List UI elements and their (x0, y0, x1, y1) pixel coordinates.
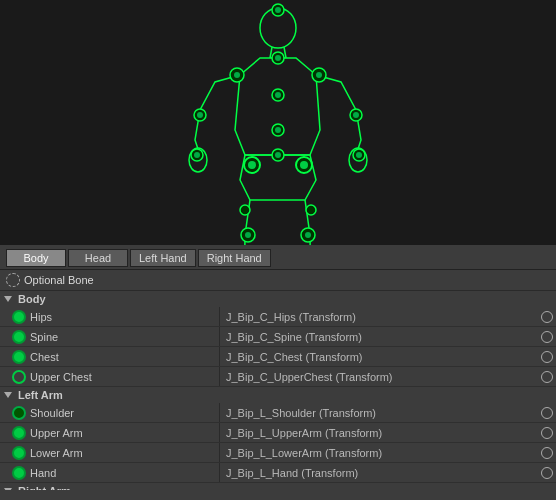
bone-right-left-hand: J_Bip_L_Hand (Transform) (220, 463, 556, 482)
left-upper-arm-icon (12, 426, 26, 440)
spine-transform: J_Bip_C_Spine (Transform) (226, 331, 362, 343)
left-shoulder-label: Shoulder (30, 407, 74, 419)
section-header-left-arm: Left Arm (0, 387, 556, 403)
left-lower-arm-label: Lower Arm (30, 447, 83, 459)
svg-point-32 (240, 205, 250, 215)
chest-transform: J_Bip_C_Chest (Transform) (226, 351, 363, 363)
hips-label: Hips (30, 311, 52, 323)
bone-row-upper-chest[interactable]: Upper Chest J_Bip_C_UpperChest (Transfor… (0, 367, 556, 387)
upper-chest-transform: J_Bip_C_UpperChest (Transform) (226, 371, 392, 383)
upper-chest-label: Upper Chest (30, 371, 92, 383)
arrow-body (4, 296, 12, 302)
spine-label: Spine (30, 331, 58, 343)
tab-right-hand[interactable]: Right Hand (198, 249, 271, 267)
tab-head[interactable]: Head (68, 249, 128, 267)
spine-icon (12, 330, 26, 344)
svg-rect-0 (0, 0, 556, 245)
left-lower-arm-transform: J_Bip_L_LowerArm (Transform) (226, 447, 382, 459)
section-left-arm-label: Left Arm (18, 389, 63, 401)
chest-icon (12, 350, 26, 364)
bone-left-left-upper-arm: Upper Arm (0, 423, 220, 442)
chest-end-icon (541, 351, 553, 363)
left-lower-arm-end-icon (541, 447, 553, 459)
svg-point-31 (305, 232, 311, 238)
left-hand-icon (12, 466, 26, 480)
tab-left-hand[interactable]: Left Hand (130, 249, 196, 267)
left-upper-arm-label: Upper Arm (30, 427, 83, 439)
bone-left-upper-chest: Upper Chest (0, 367, 220, 386)
bone-right-left-shoulder: J_Bip_L_Shoulder (Transform) (220, 403, 556, 422)
section-right-arm-label: Right Arm (18, 485, 71, 490)
optional-bone-icon (6, 273, 20, 287)
left-upper-arm-transform: J_Bip_L_UpperArm (Transform) (226, 427, 382, 439)
bone-left-spine: Spine (0, 327, 220, 346)
optional-bone-row: Optional Bone (0, 270, 556, 291)
hips-transform: J_Bip_C_Hips (Transform) (226, 311, 356, 323)
hips-end-icon (541, 311, 553, 323)
bone-list[interactable]: Body Hips J_Bip_C_Hips (Transform) Spine… (0, 291, 556, 490)
section-header-right-arm: Right Arm (0, 483, 556, 490)
bone-right-left-upper-arm: J_Bip_L_UpperArm (Transform) (220, 423, 556, 442)
svg-point-9 (275, 55, 281, 61)
bone-left-left-lower-arm: Lower Arm (0, 443, 220, 462)
svg-point-23 (316, 72, 322, 78)
svg-point-15 (275, 152, 281, 158)
bone-row-left-lower-arm[interactable]: Lower Arm J_Bip_L_LowerArm (Transform) (0, 443, 556, 463)
bone-right-upper-chest: J_Bip_C_UpperChest (Transform) (220, 367, 556, 386)
bone-row-spine[interactable]: Spine J_Bip_C_Spine (Transform) (0, 327, 556, 347)
svg-point-25 (353, 112, 359, 118)
svg-point-29 (245, 232, 251, 238)
bone-row-left-shoulder[interactable]: Shoulder J_Bip_L_Shoulder (Transform) (0, 403, 556, 423)
bone-left-left-hand: Hand (0, 463, 220, 482)
upper-chest-end-icon (541, 371, 553, 383)
bone-right-chest: J_Bip_C_Chest (Transform) (220, 347, 556, 366)
svg-point-7 (275, 7, 281, 13)
left-upper-arm-end-icon (541, 427, 553, 439)
svg-point-17 (234, 72, 240, 78)
bone-right-hips: J_Bip_C_Hips (Transform) (220, 307, 556, 326)
left-lower-arm-icon (12, 446, 26, 460)
viewport (0, 0, 556, 245)
left-hand-end-icon (541, 467, 553, 479)
section-header-body: Body (0, 291, 556, 307)
left-shoulder-icon (12, 406, 26, 420)
svg-point-37 (300, 161, 308, 169)
bone-row-hips[interactable]: Hips J_Bip_C_Hips (Transform) (0, 307, 556, 327)
svg-point-11 (275, 92, 281, 98)
svg-point-33 (306, 205, 316, 215)
left-shoulder-transform: J_Bip_L_Shoulder (Transform) (226, 407, 376, 419)
bone-left-chest: Chest (0, 347, 220, 366)
bone-row-chest[interactable]: Chest J_Bip_C_Chest (Transform) (0, 347, 556, 367)
bone-left-hips: Hips (0, 307, 220, 326)
svg-point-27 (356, 152, 362, 158)
chest-label: Chest (30, 351, 59, 363)
bone-row-left-hand[interactable]: Hand J_Bip_L_Hand (Transform) (0, 463, 556, 483)
bone-right-left-lower-arm: J_Bip_L_LowerArm (Transform) (220, 443, 556, 462)
left-hand-label: Hand (30, 467, 56, 479)
left-shoulder-end-icon (541, 407, 553, 419)
svg-point-35 (248, 161, 256, 169)
arrow-left-arm (4, 392, 12, 398)
svg-point-13 (275, 127, 281, 133)
spine-end-icon (541, 331, 553, 343)
left-hand-transform: J_Bip_L_Hand (Transform) (226, 467, 358, 479)
section-body-label: Body (18, 293, 46, 305)
tab-body[interactable]: Body (6, 249, 66, 267)
hips-icon (12, 310, 26, 324)
bone-left-left-shoulder: Shoulder (0, 403, 220, 422)
tab-bar: Body Head Left Hand Right Hand (0, 245, 556, 270)
upper-chest-icon (12, 370, 26, 384)
svg-point-21 (194, 152, 200, 158)
bone-right-spine: J_Bip_C_Spine (Transform) (220, 327, 556, 346)
svg-point-19 (197, 112, 203, 118)
bone-row-left-upper-arm[interactable]: Upper Arm J_Bip_L_UpperArm (Transform) (0, 423, 556, 443)
arrow-right-arm (4, 488, 12, 490)
optional-bone-label: Optional Bone (24, 274, 94, 286)
